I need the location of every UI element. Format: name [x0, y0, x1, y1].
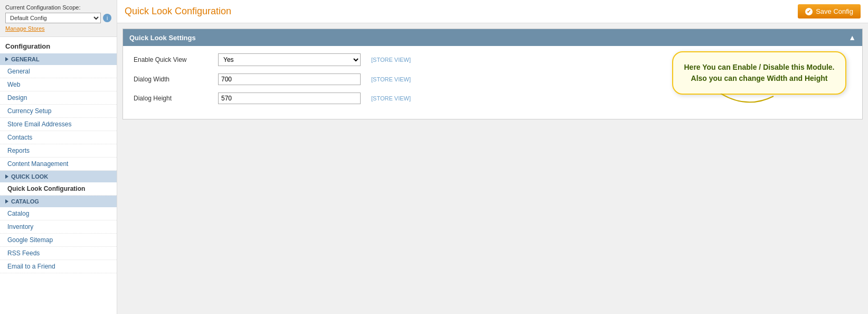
enable-quick-view-select[interactable]: Yes No [218, 53, 361, 66]
collapse-button[interactable]: ▲ [848, 33, 856, 42]
sidebar-item-email-to-a-friend[interactable]: Email to a Friend [0, 260, 117, 273]
main-content: Quick Look Configuration ✔ Save Config Q… [117, 0, 868, 314]
nav-group-quick-look[interactable]: QUICK LOOK [0, 171, 117, 182]
dialog-height-input[interactable] [218, 93, 361, 104]
content-area: Quick Look Settings ▲ Enable Quick View … [117, 23, 868, 314]
save-config-button[interactable]: ✔ Save Config [798, 4, 861, 19]
nav-group-catalog-label: CATALOG [11, 198, 39, 205]
enable-quick-view-label: Enable Quick View [134, 56, 218, 63]
main-header: Quick Look Configuration ✔ Save Config [117, 0, 868, 23]
sidebar-item-currency-setup[interactable]: Currency Setup [0, 105, 117, 118]
sidebar-item-rss-feeds[interactable]: RSS Feeds [0, 247, 117, 260]
sidebar-item-inventory[interactable]: Inventory [0, 220, 117, 234]
sidebar: Current Configuration Scope: Default Con… [0, 0, 117, 314]
arrow-icon-catalog [5, 199, 8, 204]
dialog-height-label: Dialog Height [134, 95, 218, 102]
save-icon: ✔ [805, 8, 813, 15]
arrow-icon-quick-look [5, 174, 8, 179]
info-icon[interactable]: i [103, 14, 111, 22]
sidebar-item-design[interactable]: Design [0, 91, 117, 105]
nav-group-general-items: General Web Design Currency Setup Store … [0, 65, 117, 171]
dialog-width-input[interactable] [218, 73, 361, 85]
scope-section: Current Configuration Scope: Default Con… [0, 0, 117, 37]
nav-group-general-label: GENERAL [11, 56, 40, 62]
sidebar-item-reports[interactable]: Reports [0, 144, 117, 158]
sidebar-item-content-management[interactable]: Content Management [0, 158, 117, 171]
nav-group-quick-look-label: QUICK LOOK [11, 173, 48, 180]
manage-stores-link[interactable]: Manage Stores [5, 25, 45, 32]
dialog-height-scope: [STORE VIEW] [371, 95, 411, 101]
save-config-label: Save Config [816, 7, 853, 15]
page-title: Quick Look Configuration [125, 6, 231, 17]
settings-body: Enable Quick View Yes No [STORE VIEW] Di… [123, 46, 862, 119]
scope-select[interactable]: Default Config [5, 13, 101, 23]
tooltip-tail [715, 94, 779, 109]
sidebar-item-catalog[interactable]: Catalog [0, 207, 117, 220]
dialog-width-scope: [STORE VIEW] [371, 76, 411, 82]
sidebar-item-store-email-addresses[interactable]: Store Email Addresses [0, 118, 117, 131]
arrow-icon [5, 57, 8, 61]
tooltip-text: Here You can Enable / Disable this Modul… [684, 63, 835, 82]
sidebar-item-quick-look-configuration[interactable]: Quick Look Configuration [0, 182, 117, 196]
dialog-width-label: Dialog Width [134, 76, 218, 83]
tooltip-bubble: Here You can Enable / Disable this Modul… [672, 51, 846, 95]
scope-label: Current Configuration Scope: [5, 4, 111, 11]
nav-group-catalog-items: Catalog Inventory Google Sitemap RSS Fee… [0, 207, 117, 273]
nav-group-catalog[interactable]: CATALOG [0, 196, 117, 207]
enable-quick-view-scope: [STORE VIEW] [371, 57, 411, 63]
settings-panel: Quick Look Settings ▲ Enable Quick View … [122, 29, 863, 119]
sidebar-item-web[interactable]: Web [0, 78, 117, 91]
sidebar-item-google-sitemap[interactable]: Google Sitemap [0, 234, 117, 247]
sidebar-section-title: Configuration [0, 37, 117, 53]
nav-group-quick-look-items: Quick Look Configuration [0, 182, 117, 196]
nav-group-general[interactable]: GENERAL [0, 53, 117, 65]
sidebar-item-contacts[interactable]: Contacts [0, 131, 117, 144]
settings-panel-header: Quick Look Settings ▲ [123, 29, 862, 46]
sidebar-item-general[interactable]: General [0, 65, 117, 78]
settings-panel-title: Quick Look Settings [129, 34, 196, 42]
